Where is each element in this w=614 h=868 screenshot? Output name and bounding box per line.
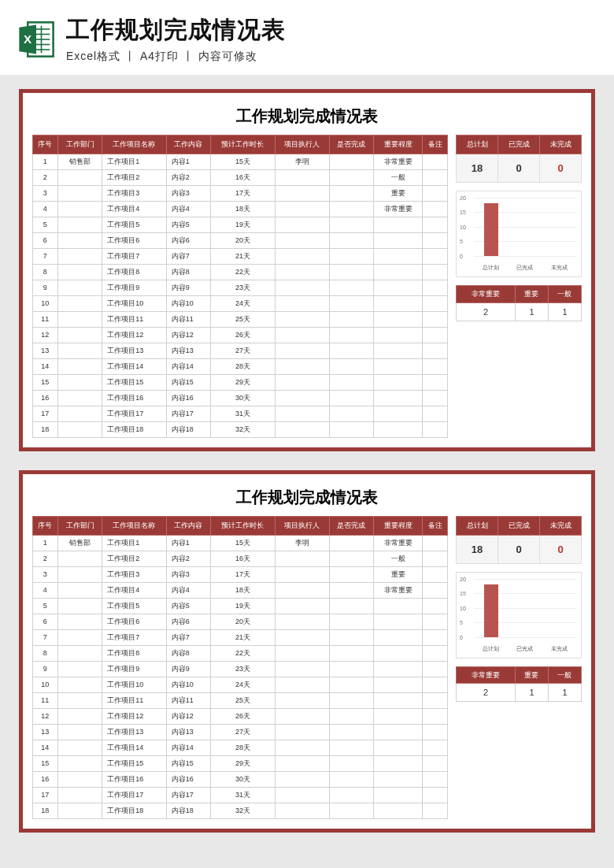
cell bbox=[275, 343, 329, 358]
cell: 内容9 bbox=[166, 661, 211, 677]
cell: 15 bbox=[33, 374, 58, 390]
cell bbox=[329, 771, 374, 787]
cell bbox=[329, 582, 374, 598]
chart-bar bbox=[484, 584, 498, 637]
cell: 销售部 bbox=[57, 535, 102, 551]
cell bbox=[275, 421, 329, 437]
cell bbox=[275, 740, 329, 755]
cell bbox=[329, 185, 374, 201]
table-row: 7工作项目7内容721天 bbox=[33, 248, 448, 264]
cell bbox=[275, 724, 329, 740]
cell: 27天 bbox=[211, 724, 275, 740]
cell bbox=[423, 390, 448, 406]
priority-value: 1 bbox=[515, 684, 548, 702]
cell bbox=[329, 295, 374, 311]
cell: 工作项目13 bbox=[102, 724, 166, 740]
cell: 26天 bbox=[211, 708, 275, 724]
cell: 内容5 bbox=[166, 217, 211, 232]
cell bbox=[57, 787, 102, 803]
table-row: 6工作项目6内容620天 bbox=[33, 232, 448, 248]
cell: 工作项目4 bbox=[102, 582, 166, 598]
cell: 32天 bbox=[211, 421, 275, 437]
cell: 工作项目1 bbox=[102, 535, 166, 551]
cell: 内容12 bbox=[166, 327, 211, 343]
cell bbox=[329, 201, 374, 217]
cell bbox=[329, 535, 374, 551]
cell: 18 bbox=[33, 803, 58, 818]
cell: 内容17 bbox=[166, 787, 211, 803]
table-row: 18工作项目18内容1832天 bbox=[33, 803, 448, 818]
cell: 16天 bbox=[211, 551, 275, 566]
cell bbox=[374, 217, 423, 232]
cell: 内容2 bbox=[166, 169, 211, 185]
table-row: 1销售部工作项目1内容115天李明非常重要 bbox=[33, 154, 448, 169]
cell: 18天 bbox=[211, 582, 275, 598]
summary-chart: 05101520总计划已完成未完成 bbox=[456, 191, 582, 277]
cell bbox=[374, 677, 423, 692]
cell: 内容16 bbox=[166, 771, 211, 787]
cell bbox=[275, 566, 329, 582]
cell: 内容11 bbox=[166, 692, 211, 708]
cell bbox=[374, 787, 423, 803]
cell: 非常重要 bbox=[374, 154, 423, 169]
cell bbox=[57, 677, 102, 692]
cell bbox=[275, 771, 329, 787]
chart-ytick: 10 bbox=[460, 224, 466, 229]
cell bbox=[423, 421, 448, 437]
chart-xlabel: 总计划 bbox=[483, 264, 499, 272]
cell bbox=[374, 771, 423, 787]
cell: 内容4 bbox=[166, 582, 211, 598]
summary-value: 18 bbox=[457, 154, 498, 182]
table-row: 16工作项目16内容1630天 bbox=[33, 390, 448, 406]
cell: 内容17 bbox=[166, 406, 211, 421]
cell bbox=[57, 185, 102, 201]
cell bbox=[423, 327, 448, 343]
cell bbox=[275, 677, 329, 692]
cell bbox=[329, 551, 374, 566]
cell bbox=[374, 358, 423, 374]
cell: 7 bbox=[33, 248, 58, 264]
cell bbox=[57, 295, 102, 311]
cell bbox=[329, 629, 374, 645]
cell: 内容18 bbox=[166, 803, 211, 818]
cell: 工作项目16 bbox=[102, 771, 166, 787]
cell: 内容10 bbox=[166, 295, 211, 311]
cell bbox=[275, 614, 329, 629]
table-row: 15工作项目15内容1529天 bbox=[33, 755, 448, 771]
table-row: 7工作项目7内容721天 bbox=[33, 629, 448, 645]
cell bbox=[374, 390, 423, 406]
table-row: 2工作项目2内容216天一般 bbox=[33, 169, 448, 185]
cell: 29天 bbox=[211, 755, 275, 771]
cell bbox=[423, 169, 448, 185]
cell bbox=[374, 629, 423, 645]
cell: 工作项目17 bbox=[102, 406, 166, 421]
cell: 工作项目3 bbox=[102, 566, 166, 582]
cell bbox=[423, 692, 448, 708]
cell: 工作项目2 bbox=[102, 169, 166, 185]
cell bbox=[374, 280, 423, 295]
cell: 26天 bbox=[211, 327, 275, 343]
cell bbox=[329, 406, 374, 421]
cell: 24天 bbox=[211, 295, 275, 311]
cell bbox=[57, 708, 102, 724]
cell bbox=[374, 661, 423, 677]
cell: 内容13 bbox=[166, 343, 211, 358]
page-title: 工作规划完成情况表 bbox=[66, 14, 598, 46]
table-row: 11工作项目11内容1125天 bbox=[33, 692, 448, 708]
cell: 工作项目13 bbox=[102, 343, 166, 358]
col-header: 工作内容 bbox=[166, 135, 211, 154]
cell: 18 bbox=[33, 421, 58, 437]
cell: 28天 bbox=[211, 358, 275, 374]
cell: 6 bbox=[33, 614, 58, 629]
cell: 1 bbox=[33, 154, 58, 169]
cell: 工作项目7 bbox=[102, 629, 166, 645]
table-row: 14工作项目14内容1428天 bbox=[33, 740, 448, 755]
cell bbox=[329, 692, 374, 708]
cell bbox=[275, 661, 329, 677]
cell: 重要 bbox=[374, 185, 423, 201]
cell bbox=[275, 551, 329, 566]
cell bbox=[57, 169, 102, 185]
table-row: 4工作项目4内容418天非常重要 bbox=[33, 582, 448, 598]
cell: 8 bbox=[33, 645, 58, 661]
cell: 内容11 bbox=[166, 311, 211, 327]
